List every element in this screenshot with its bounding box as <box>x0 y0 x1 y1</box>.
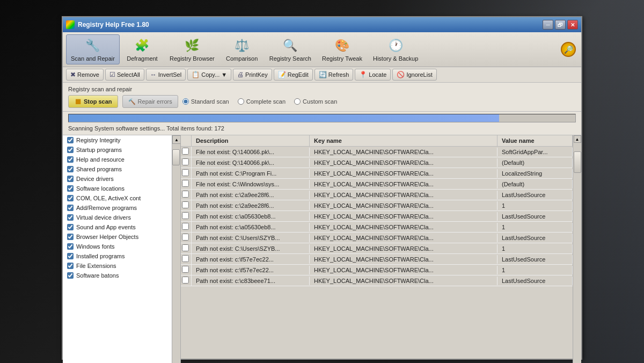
table-row[interactable]: Path not exist: C:\Program Fi...HKEY_LOC… <box>181 168 573 179</box>
complete-scan-radio[interactable] <box>238 98 244 105</box>
table-row[interactable]: File not exist: Q:\140066.pk\...HKEY_LOC… <box>181 147 573 157</box>
row-checkbox[interactable] <box>182 244 189 251</box>
row-checkbox[interactable] <box>182 169 189 176</box>
table-row[interactable]: Path not exist: c:\2a9ee28f6...HKEY_LOCA… <box>181 200 573 211</box>
locate-button[interactable]: 📍 Locate <box>355 69 391 81</box>
sidebar-checkbox[interactable] <box>67 147 74 153</box>
remove-button[interactable]: ✖ Remove <box>66 69 104 81</box>
close-button[interactable]: ✕ <box>567 20 578 30</box>
table-row[interactable]: Path not exist: C:\Users\SZYB...HKEY_LOC… <box>181 233 573 243</box>
row-checkbox-cell[interactable] <box>181 265 192 275</box>
sidebar-checkbox[interactable] <box>67 156 74 163</box>
repair-errors-button[interactable]: 🔨 Repair errors <box>122 95 178 108</box>
sidebar-item[interactable]: Sound and App events <box>63 222 172 232</box>
table-row[interactable]: Path not exist: c:\2a9ee28f6...HKEY_LOCA… <box>181 190 573 200</box>
row-checkbox-cell[interactable] <box>181 157 192 168</box>
row-checkbox[interactable] <box>182 201 189 208</box>
row-checkbox-cell[interactable] <box>181 147 192 157</box>
sidebar-item[interactable]: File Extensions <box>63 261 172 271</box>
toolbar-history-backup[interactable]: 🕐 History & Backup <box>368 34 423 64</box>
help-orb[interactable]: 🔎 <box>561 42 576 57</box>
stop-scan-button[interactable]: ⏹ Stop scan <box>68 95 118 108</box>
complete-scan-option[interactable]: Complete scan <box>238 98 286 105</box>
sidebar-checkbox[interactable] <box>67 205 74 211</box>
custom-scan-option[interactable]: Custom scan <box>294 98 337 105</box>
row-checkbox[interactable] <box>182 266 189 273</box>
row-checkbox[interactable] <box>182 223 189 230</box>
sidebar-item[interactable]: COM, OLE, ActiveX cont <box>63 193 172 203</box>
row-checkbox[interactable] <box>182 234 189 241</box>
sidebar-item[interactable]: Shared programs <box>63 164 172 174</box>
sidebar-checkbox[interactable] <box>67 214 74 221</box>
row-checkbox-cell[interactable] <box>181 222 192 232</box>
sidebar-checkbox[interactable] <box>67 185 74 192</box>
sidebar-checkbox[interactable] <box>67 253 74 259</box>
row-checkbox-cell[interactable] <box>181 200 192 210</box>
sidebar-checkbox[interactable] <box>67 272 74 279</box>
copy-button[interactable]: 📋 Copy... ▼ <box>187 69 231 81</box>
col-header-description[interactable]: Description <box>192 135 310 146</box>
row-checkbox[interactable] <box>182 255 189 262</box>
custom-scan-radio[interactable] <box>294 98 301 105</box>
sidebar-checkbox[interactable] <box>67 263 74 269</box>
toolbar-registry-tweak[interactable]: 🎨 Registry Tweak <box>317 34 367 64</box>
sidebar-checkbox[interactable] <box>67 176 74 182</box>
row-checkbox[interactable] <box>182 212 189 219</box>
sidebar-item[interactable]: Browser Helper Objects <box>63 232 172 242</box>
sidebar-scroll-up[interactable]: ▲ <box>172 135 181 144</box>
row-checkbox[interactable] <box>182 158 189 165</box>
sidebar-item[interactable]: Software batons <box>63 271 172 280</box>
col-header-keyname[interactable]: Key name <box>310 135 497 146</box>
row-checkbox[interactable] <box>182 191 189 198</box>
row-checkbox-cell[interactable] <box>181 243 192 253</box>
toolbar-scan-repair[interactable]: 🔧 Scan and Repair <box>66 34 120 64</box>
table-row[interactable]: Path not exist: c:\f57e7ec22...HKEY_LOCA… <box>181 265 573 275</box>
table-row[interactable]: Path not exist: c:\a05630eb8...HKEY_LOCA… <box>181 211 573 222</box>
sidebar-item[interactable]: Software locations <box>63 184 172 193</box>
regedit-button[interactable]: 📝 RegEdit <box>274 69 313 81</box>
invertsel-button[interactable]: ↔ InvertSel <box>146 69 186 81</box>
sidebar-item[interactable]: Registry Integrity <box>63 135 172 145</box>
sidebar-item[interactable]: Windows fonts <box>63 242 172 251</box>
sidebar-item[interactable]: Add/Remove programs <box>63 203 172 213</box>
table-row[interactable]: Path not exist: C:\Users\SZYB...HKEY_LOC… <box>181 243 573 254</box>
row-checkbox-cell[interactable] <box>181 254 192 264</box>
table-row[interactable]: File not exist: C:\Windows\sys...HKEY_LO… <box>181 179 573 190</box>
minimize-button[interactable]: ─ <box>543 20 553 30</box>
table-row[interactable]: File not exist: Q:\140066.pk\...HKEY_LOC… <box>181 157 573 168</box>
row-checkbox[interactable] <box>182 277 189 284</box>
table-row[interactable]: Path not exist: c:\a05630eb8...HKEY_LOCA… <box>181 222 573 233</box>
row-checkbox-cell[interactable] <box>181 211 192 221</box>
selectall-button[interactable]: ☑ SelectAll <box>105 69 144 81</box>
row-checkbox[interactable] <box>182 180 189 187</box>
sidebar-checkbox[interactable] <box>67 234 74 240</box>
row-checkbox-cell[interactable] <box>181 190 192 200</box>
table-row[interactable]: Path not exist: c:\f57e7ec22...HKEY_LOCA… <box>181 254 573 265</box>
table-row[interactable]: Path not exist: c:\c83beee71...HKEY_LOCA… <box>181 275 573 286</box>
sidebar-item[interactable]: Device drivers <box>63 174 172 184</box>
sidebar-item[interactable]: Virtual device drivers <box>63 213 172 222</box>
refresh-button[interactable]: 🔄 Refresh <box>314 69 354 81</box>
row-checkbox-cell[interactable] <box>181 179 192 189</box>
row-checkbox[interactable] <box>182 148 189 155</box>
results-scroll-up[interactable]: ▲ <box>574 135 581 143</box>
printkey-button[interactable]: 🖨 PrintKey <box>233 69 272 81</box>
maximize-button[interactable]: 🗗 <box>555 20 566 30</box>
toolbar-registry-search[interactable]: 🔍 Registry Search <box>265 34 316 64</box>
toolbar-defragment[interactable]: 🧩 Defragment <box>121 34 164 64</box>
standard-scan-radio[interactable] <box>182 98 189 105</box>
toolbar-comparison[interactable]: ⚖️ Comparison <box>221 34 264 64</box>
col-header-valuename[interactable]: Value name <box>497 135 573 146</box>
row-checkbox-cell[interactable] <box>181 275 192 286</box>
sidebar-checkbox[interactable] <box>67 224 74 230</box>
row-checkbox-cell[interactable] <box>181 168 192 178</box>
row-checkbox-cell[interactable] <box>181 233 192 243</box>
standard-scan-option[interactable]: Standard scan <box>182 98 229 105</box>
ignorelist-button[interactable]: 🚫 IgnoreList <box>392 69 436 81</box>
sidebar-item[interactable]: Startup programs <box>63 145 172 155</box>
sidebar-item[interactable]: Help and resource <box>63 155 172 164</box>
sidebar-checkbox[interactable] <box>67 195 74 201</box>
sidebar-scroll-thumb[interactable] <box>172 149 180 165</box>
sidebar-checkbox[interactable] <box>67 243 74 250</box>
sidebar-checkbox[interactable] <box>67 166 74 172</box>
